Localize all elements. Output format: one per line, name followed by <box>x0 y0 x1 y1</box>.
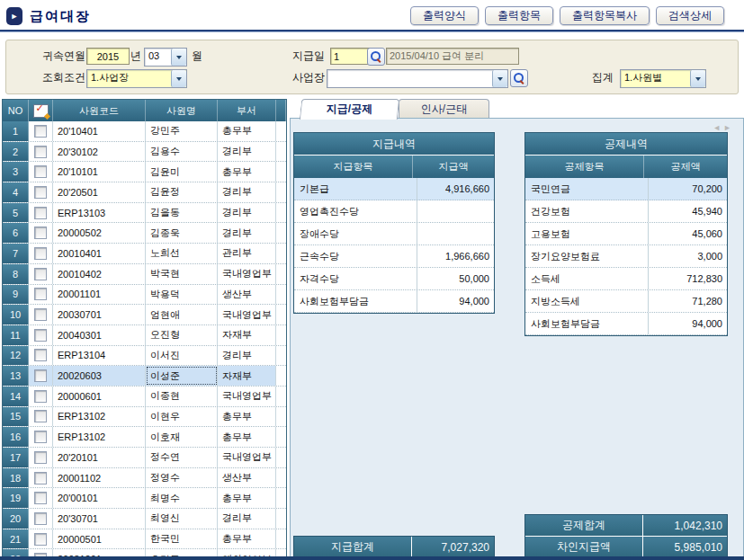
payment-row[interactable]: 자격수당50,000 <box>294 268 494 290</box>
employee-code[interactable]: 20010402 <box>53 264 146 284</box>
employee-row[interactable]: 1320020603이성준자재부 <box>3 366 286 387</box>
employee-code[interactable]: 20020603 <box>53 366 146 386</box>
row-checkbox-cell[interactable] <box>29 142 53 162</box>
employee-name[interactable]: 김종욱 <box>146 223 218 243</box>
employee-code[interactable]: 20'30701 <box>53 509 146 529</box>
payday-input[interactable] <box>330 48 370 65</box>
pager-arrows[interactable]: ◄► <box>713 123 734 132</box>
employee-name[interactable]: 이성준 <box>146 366 218 386</box>
row-checkbox-cell[interactable] <box>29 121 53 141</box>
payment-row[interactable]: 기본급4,916,660 <box>294 178 494 200</box>
employee-row[interactable]: 120'10401강민주총무부 <box>3 121 286 142</box>
employee-row[interactable]: 820010402박국현국내영업부 <box>3 264 286 285</box>
pager-left-icon[interactable]: ◄ <box>713 123 723 132</box>
row-checkbox-cell[interactable] <box>29 346 53 366</box>
row-checkbox[interactable] <box>34 472 47 484</box>
employee-name[interactable]: 박국현 <box>146 264 218 284</box>
row-checkbox-cell[interactable] <box>29 182 53 202</box>
row-checkbox[interactable] <box>34 125 47 138</box>
employee-name[interactable]: 정영수 <box>146 468 218 488</box>
row-checkbox[interactable] <box>34 431 47 443</box>
employee-dept[interactable]: 생산부 <box>218 285 276 305</box>
employee-row[interactable]: 5ERP13103김을동경리부 <box>3 203 286 224</box>
employee-dept[interactable]: 경리부 <box>218 182 276 202</box>
employee-code[interactable]: 20'20501 <box>53 182 146 202</box>
employee-dept[interactable]: 국내영업부 <box>218 264 276 284</box>
row-checkbox[interactable] <box>34 533 47 546</box>
tab-pay-deduction[interactable]: 지급/공제 <box>300 99 399 120</box>
year-input[interactable] <box>86 48 130 65</box>
chevron-down-icon[interactable] <box>171 70 186 87</box>
employee-name[interactable]: 이서진 <box>146 346 218 366</box>
print-items-button[interactable]: 출력항목 <box>485 6 553 25</box>
chevron-down-icon[interactable] <box>492 70 507 87</box>
employee-name[interactable]: 김을동 <box>146 203 218 223</box>
deduction-row[interactable]: 소득세712,830 <box>525 268 727 290</box>
employee-name[interactable]: 김용수 <box>146 142 218 162</box>
employee-row[interactable]: 1820001102정영수생산부 <box>3 468 286 489</box>
employee-row[interactable]: 16ERP13102이호재총무부 <box>3 427 286 448</box>
employee-name[interactable]: 한국민 <box>146 529 218 549</box>
employee-dept[interactable]: 국내영업부 <box>218 448 276 467</box>
employee-name[interactable]: 김윤미 <box>146 162 218 182</box>
employee-name[interactable]: 최명수 <box>146 488 218 508</box>
row-checkbox-cell[interactable] <box>29 407 53 427</box>
workplace-select[interactable] <box>327 69 508 88</box>
employee-name[interactable]: 정수연 <box>146 448 218 467</box>
row-checkbox[interactable] <box>34 268 47 280</box>
payment-row[interactable]: 근속수당1,966,660 <box>294 245 494 268</box>
employee-code[interactable]: 20'00101 <box>53 488 146 508</box>
employee-dept[interactable]: 총무부 <box>218 488 276 508</box>
employee-dept[interactable]: 국내영업부 <box>218 305 276 324</box>
employee-code[interactable]: 20000501 <box>53 529 146 549</box>
row-checkbox[interactable] <box>34 369 47 382</box>
employee-code[interactable]: ERP13103 <box>53 203 146 223</box>
employee-row[interactable]: 1720'20101정수연국내영업부 <box>3 448 286 468</box>
workplace-search-button[interactable] <box>510 69 528 87</box>
row-checkbox[interactable] <box>34 207 47 219</box>
employee-code[interactable]: 20'20101 <box>53 448 146 467</box>
row-checkbox-cell[interactable] <box>29 509 53 529</box>
employee-row[interactable]: 920001101박용덕생산부 <box>3 285 286 306</box>
employee-name[interactable]: 이호재 <box>146 427 218 447</box>
row-checkbox[interactable] <box>34 329 47 342</box>
employee-code[interactable]: 20000601 <box>53 387 146 406</box>
employee-row[interactable]: 1420000601이종현국내영업부 <box>3 387 286 407</box>
employee-name[interactable]: 오진형 <box>146 325 218 345</box>
row-checkbox-cell[interactable] <box>29 488 53 508</box>
chevron-down-icon[interactable] <box>690 70 705 87</box>
employee-code[interactable]: 20001102 <box>53 468 146 488</box>
row-checkbox[interactable] <box>34 410 47 422</box>
employee-row[interactable]: 12ERP13104이서진경리부 <box>3 346 286 367</box>
employee-name[interactable]: 박용덕 <box>146 285 218 305</box>
employee-row[interactable]: 620000502김종욱경리부 <box>3 223 286 244</box>
aggregate-select[interactable]: 1.사원별 <box>620 69 706 88</box>
employee-dept[interactable]: 자재부 <box>218 366 276 386</box>
row-checkbox-cell[interactable] <box>29 529 53 549</box>
select-all-icon[interactable] <box>33 104 49 118</box>
employee-code[interactable]: 20001101 <box>53 285 146 305</box>
employee-name[interactable]: 이종현 <box>146 387 218 406</box>
employee-row[interactable]: 15ERP13102이현우총무부 <box>3 407 286 428</box>
row-checkbox-cell[interactable] <box>29 162 53 182</box>
employee-row[interactable]: 2120000501한국민총무부 <box>3 529 286 550</box>
employee-dept[interactable]: 자재부 <box>218 325 276 345</box>
row-checkbox[interactable] <box>34 512 47 525</box>
row-checkbox-cell[interactable] <box>29 223 53 243</box>
row-checkbox-cell[interactable] <box>29 427 53 447</box>
payment-row[interactable]: 사회보험부담금94,000 <box>294 290 494 313</box>
employee-code[interactable]: 20'30102 <box>53 142 146 162</box>
search-detail-button[interactable]: 검색상세 <box>656 6 724 25</box>
employee-name[interactable]: 김윤정 <box>146 182 218 202</box>
employee-dept[interactable]: 경리부 <box>218 509 276 529</box>
employee-name[interactable]: 노희선 <box>146 244 218 263</box>
employee-dept[interactable]: 국내영업부 <box>218 387 276 406</box>
employee-dept[interactable]: 총무부 <box>218 407 276 427</box>
payday-search-button[interactable] <box>367 48 385 66</box>
employee-dept[interactable]: 총무부 <box>218 529 276 549</box>
employee-name[interactable]: 강민주 <box>146 121 218 141</box>
deduction-row[interactable]: 장기요양보험료3,000 <box>525 245 727 268</box>
query-condition-select[interactable]: 1.사업장 <box>86 69 187 88</box>
row-checkbox-cell[interactable] <box>29 244 53 263</box>
employee-dept[interactable]: 경리부 <box>218 346 276 366</box>
